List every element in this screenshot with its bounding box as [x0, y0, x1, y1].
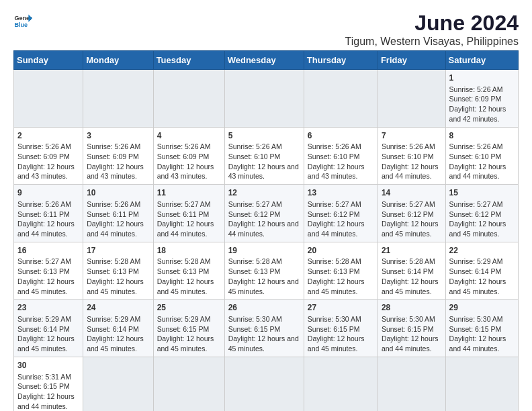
main-title: June 2024 — [345, 11, 519, 36]
sunrise-text: Sunrise: 5:29 AM — [449, 257, 515, 267]
calendar-cell: 6Sunrise: 5:26 AMSunset: 6:10 PMDaylight… — [304, 127, 378, 185]
day-header-tuesday: Tuesday — [153, 51, 224, 70]
sunset-text: Sunset: 6:13 PM — [17, 267, 79, 277]
daylight-text: Daylight: 12 hours and 44 minutes. — [17, 219, 79, 238]
day-number: 22 — [449, 245, 515, 257]
calendar-cell: 22Sunrise: 5:29 AMSunset: 6:14 PMDayligh… — [445, 242, 518, 300]
days-header-row: SundayMondayTuesdayWednesdayThursdayFrid… — [14, 51, 519, 70]
sunset-text: Sunset: 6:10 PM — [382, 152, 442, 162]
sunset-text: Sunset: 6:11 PM — [17, 210, 79, 220]
sunrise-text: Sunrise: 5:27 AM — [157, 199, 221, 210]
calendar-cell — [378, 357, 445, 411]
sunrise-text: Sunrise: 5:27 AM — [308, 199, 374, 210]
calendar-cell: 18Sunrise: 5:28 AMSunset: 6:13 PMDayligh… — [153, 242, 224, 300]
calendar-cell: 26Sunrise: 5:30 AMSunset: 6:15 PMDayligh… — [224, 300, 304, 357]
daylight-text: Daylight: 12 hours and 45 minutes. — [382, 277, 442, 296]
day-number: 6 — [308, 130, 374, 142]
calendar-cell: 5Sunrise: 5:26 AMSunset: 6:10 PMDaylight… — [224, 127, 304, 185]
day-header-monday: Monday — [83, 51, 153, 70]
sunset-text: Sunset: 6:09 PM — [449, 94, 515, 104]
day-number: 2 — [17, 130, 79, 142]
sunrise-text: Sunrise: 5:26 AM — [157, 142, 221, 152]
day-number: 4 — [157, 130, 221, 142]
day-number: 9 — [17, 187, 79, 199]
sunrise-text: Sunrise: 5:26 AM — [17, 142, 79, 152]
logo: General Blue — [13, 11, 32, 30]
daylight-text: Daylight: 12 hours and 45 minutes. — [157, 334, 221, 353]
day-number: 11 — [157, 187, 221, 199]
logo-icon: General Blue — [13, 11, 32, 30]
calendar-table: SundayMondayTuesdayWednesdayThursdayFrid… — [13, 50, 519, 411]
day-header-sunday: Sunday — [14, 51, 83, 70]
sunrise-text: Sunrise: 5:28 AM — [87, 257, 149, 267]
day-header-wednesday: Wednesday — [224, 51, 304, 70]
day-number: 17 — [87, 245, 149, 257]
sunrise-text: Sunrise: 5:29 AM — [17, 314, 79, 324]
sunrise-text: Sunrise: 5:28 AM — [157, 257, 221, 267]
day-number: 15 — [449, 187, 515, 199]
sunset-text: Sunset: 6:12 PM — [382, 210, 442, 220]
calendar-cell — [83, 357, 153, 411]
sunrise-text: Sunrise: 5:30 AM — [449, 314, 515, 324]
sunrise-text: Sunrise: 5:26 AM — [87, 199, 149, 210]
sunset-text: Sunset: 6:13 PM — [87, 267, 149, 277]
sunrise-text: Sunrise: 5:30 AM — [382, 314, 442, 324]
daylight-text: Daylight: 12 hours and 45 minutes. — [308, 334, 374, 353]
sunset-text: Sunset: 6:13 PM — [308, 267, 374, 277]
daylight-text: Daylight: 12 hours and 45 minutes. — [228, 277, 300, 296]
calendar-cell: 27Sunrise: 5:30 AMSunset: 6:15 PMDayligh… — [304, 300, 378, 357]
sunrise-text: Sunrise: 5:27 AM — [17, 257, 79, 267]
sunrise-text: Sunrise: 5:26 AM — [87, 142, 149, 152]
daylight-text: Daylight: 12 hours and 45 minutes. — [17, 334, 79, 353]
calendar-cell: 8Sunrise: 5:26 AMSunset: 6:10 PMDaylight… — [445, 127, 518, 185]
calendar-cell: 13Sunrise: 5:27 AMSunset: 6:12 PMDayligh… — [304, 185, 378, 242]
calendar-cell: 20Sunrise: 5:28 AMSunset: 6:13 PMDayligh… — [304, 242, 378, 300]
daylight-text: Daylight: 12 hours and 43 minutes. — [308, 162, 374, 181]
sunset-text: Sunset: 6:10 PM — [228, 152, 300, 162]
calendar-cell: 17Sunrise: 5:28 AMSunset: 6:13 PMDayligh… — [83, 242, 153, 300]
calendar-cell: 4Sunrise: 5:26 AMSunset: 6:09 PMDaylight… — [153, 127, 224, 185]
week-row-6: 30Sunrise: 5:31 AMSunset: 6:15 PMDayligh… — [14, 357, 519, 411]
day-header-thursday: Thursday — [304, 51, 378, 70]
sunrise-text: Sunrise: 5:31 AM — [17, 372, 79, 382]
sunset-text: Sunset: 6:14 PM — [17, 324, 79, 334]
sunset-text: Sunset: 6:10 PM — [449, 152, 515, 162]
sunrise-text: Sunrise: 5:26 AM — [449, 142, 515, 152]
calendar-cell: 16Sunrise: 5:27 AMSunset: 6:13 PMDayligh… — [14, 242, 83, 300]
sunset-text: Sunset: 6:09 PM — [17, 152, 79, 162]
daylight-text: Daylight: 12 hours and 45 minutes. — [308, 277, 374, 296]
daylight-text: Daylight: 12 hours and 43 minutes. — [87, 162, 149, 181]
calendar-cell: 12Sunrise: 5:27 AMSunset: 6:12 PMDayligh… — [224, 185, 304, 242]
daylight-text: Daylight: 12 hours and 45 minutes. — [87, 277, 149, 296]
day-header-saturday: Saturday — [445, 51, 518, 70]
daylight-text: Daylight: 12 hours and 44 minutes. — [87, 219, 149, 238]
sunset-text: Sunset: 6:10 PM — [308, 152, 374, 162]
sunset-text: Sunset: 6:15 PM — [382, 324, 442, 334]
daylight-text: Daylight: 12 hours and 45 minutes. — [157, 277, 221, 296]
calendar-cell — [445, 357, 518, 411]
day-number: 12 — [228, 187, 300, 199]
day-number: 25 — [157, 302, 221, 314]
sunrise-text: Sunrise: 5:28 AM — [228, 257, 300, 267]
calendar-cell — [378, 70, 445, 128]
sunrise-text: Sunrise: 5:28 AM — [308, 257, 374, 267]
daylight-text: Daylight: 12 hours and 45 minutes. — [228, 334, 300, 353]
week-row-3: 9Sunrise: 5:26 AMSunset: 6:11 PMDaylight… — [14, 185, 519, 242]
week-row-4: 16Sunrise: 5:27 AMSunset: 6:13 PMDayligh… — [14, 242, 519, 300]
week-row-5: 23Sunrise: 5:29 AMSunset: 6:14 PMDayligh… — [14, 300, 519, 357]
daylight-text: Daylight: 12 hours and 43 minutes. — [157, 162, 221, 181]
daylight-text: Daylight: 12 hours and 44 minutes. — [382, 162, 442, 181]
day-number: 5 — [228, 130, 300, 142]
sunset-text: Sunset: 6:11 PM — [87, 210, 149, 220]
calendar-cell: 1Sunrise: 5:26 AMSunset: 6:09 PMDaylight… — [445, 70, 518, 128]
sunrise-text: Sunrise: 5:29 AM — [87, 314, 149, 324]
sunset-text: Sunset: 6:12 PM — [308, 210, 374, 220]
day-number: 3 — [87, 130, 149, 142]
day-number: 30 — [17, 360, 79, 371]
calendar-cell: 11Sunrise: 5:27 AMSunset: 6:11 PMDayligh… — [153, 185, 224, 242]
daylight-text: Daylight: 12 hours and 45 minutes. — [449, 219, 515, 238]
sunrise-text: Sunrise: 5:28 AM — [382, 257, 442, 267]
sunset-text: Sunset: 6:15 PM — [228, 324, 300, 334]
subtitle: Tigum, Western Visayas, Philippines — [345, 36, 519, 48]
calendar-cell: 29Sunrise: 5:30 AMSunset: 6:15 PMDayligh… — [445, 300, 518, 357]
